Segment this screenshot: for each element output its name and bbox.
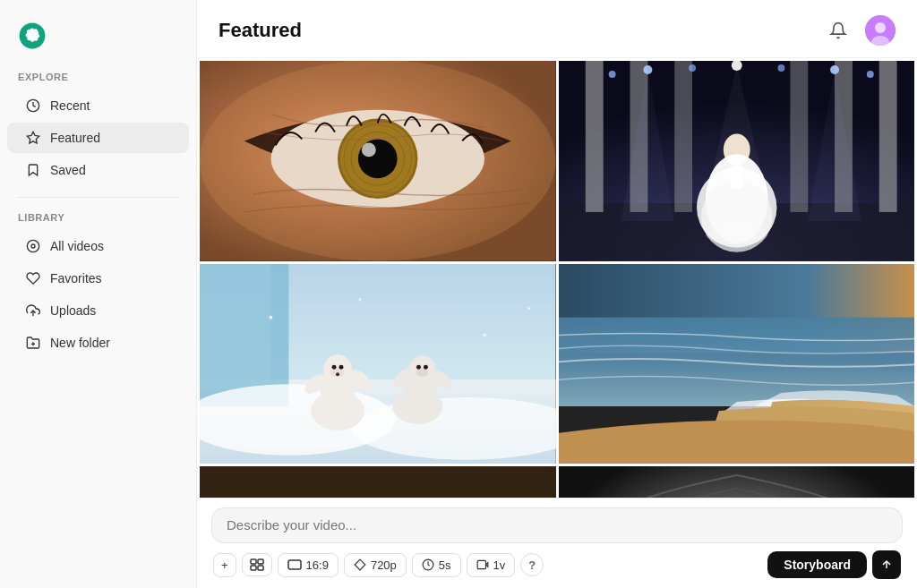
- help-label: ?: [528, 558, 536, 572]
- bell-icon: [829, 21, 847, 39]
- svg-point-50: [332, 364, 337, 369]
- svg-point-8: [875, 22, 886, 33]
- polar-bears-thumbnail: [200, 264, 556, 464]
- sidebar-item-uploads[interactable]: Uploads: [7, 295, 189, 326]
- svg-rect-26: [878, 61, 896, 212]
- add-button[interactable]: +: [213, 553, 236, 577]
- explore-section-label: Explore: [0, 72, 196, 89]
- prompt-input[interactable]: [227, 517, 887, 533]
- sidebar-item-recent[interactable]: Recent: [7, 90, 189, 121]
- aspect-ratio-icon: [287, 559, 302, 570]
- svg-rect-76: [251, 559, 256, 564]
- video-small-icon: [476, 558, 489, 571]
- svg-rect-43: [200, 264, 271, 388]
- sidebar-item-new-folder[interactable]: New folder: [7, 328, 189, 358]
- svg-rect-21: [585, 61, 603, 212]
- svg-rect-38: [730, 166, 742, 188]
- svg-rect-24: [790, 61, 808, 212]
- version-label: 1v: [493, 558, 506, 572]
- sidebar-item-favorites[interactable]: Favorites: [7, 263, 189, 294]
- new-folder-label: New folder: [50, 336, 110, 350]
- folder-plus-icon: [25, 335, 41, 351]
- arrow-up-icon: [880, 558, 893, 571]
- svg-point-27: [608, 71, 615, 78]
- storyboard-button[interactable]: Storyboard: [767, 551, 867, 578]
- svg-point-18: [362, 142, 376, 157]
- library-section-label: Library: [0, 212, 196, 230]
- user-avatar[interactable]: [865, 15, 896, 46]
- notification-button[interactable]: [822, 14, 854, 47]
- eye-thumbnail: [200, 61, 556, 261]
- grid-cell-fashion[interactable]: [559, 61, 915, 261]
- grid-cell-beach[interactable]: [559, 264, 915, 464]
- sidebar-item-saved[interactable]: Saved: [7, 155, 189, 185]
- svg-point-60: [424, 364, 428, 369]
- storyboard-label: Storyboard: [784, 558, 851, 572]
- recent-label: Recent: [50, 98, 90, 113]
- duration-button[interactable]: 5s: [412, 553, 461, 577]
- upload-icon: [25, 303, 41, 319]
- uploads-label: Uploads: [50, 303, 96, 318]
- aspect-ratio-button[interactable]: 16:9: [278, 553, 339, 577]
- svg-point-59: [416, 364, 421, 369]
- prompt-input-container[interactable]: [211, 507, 903, 543]
- svg-marker-81: [355, 559, 365, 570]
- saved-label: Saved: [50, 163, 86, 177]
- diamond-icon: [354, 558, 366, 571]
- bottom-prompt-bar: + 16:9 720p: [197, 498, 917, 588]
- svg-point-64: [358, 298, 361, 301]
- beach-thumbnail: [559, 264, 915, 464]
- svg-point-3: [31, 244, 35, 248]
- fashion-thumbnail: [559, 61, 915, 261]
- svg-point-51: [339, 364, 344, 369]
- clock-small-icon: [422, 558, 434, 571]
- svg-rect-77: [258, 559, 263, 564]
- sidebar-divider: [18, 197, 178, 198]
- version-button[interactable]: 1v: [467, 553, 516, 577]
- svg-rect-80: [288, 560, 301, 569]
- logo-icon: [18, 21, 47, 50]
- svg-point-66: [527, 307, 530, 310]
- page-title: Featured: [219, 19, 302, 42]
- sidebar-item-featured[interactable]: Featured: [7, 123, 189, 153]
- grid-cell-eye[interactable]: [200, 61, 556, 261]
- all-videos-label: All videos: [50, 239, 104, 253]
- svg-point-63: [270, 315, 273, 319]
- sidebar: Explore Recent Featured Saved Library: [0, 0, 197, 588]
- aspect-ratio-label: 16:9: [306, 558, 329, 572]
- svg-point-65: [483, 333, 486, 337]
- add-icon: +: [221, 558, 228, 572]
- svg-point-58: [416, 368, 428, 376]
- svg-rect-83: [477, 560, 485, 568]
- svg-rect-23: [674, 61, 692, 212]
- heart-icon: [25, 270, 41, 286]
- svg-point-31: [777, 64, 784, 72]
- bookmark-icon: [25, 162, 41, 178]
- resolution-label: 720p: [371, 558, 397, 572]
- svg-point-29: [689, 64, 696, 72]
- resolution-button[interactable]: 720p: [344, 553, 407, 577]
- header-actions: [822, 14, 896, 47]
- favorites-label: Favorites: [50, 271, 102, 285]
- grid-icon: [250, 558, 264, 571]
- svg-marker-1: [27, 132, 39, 143]
- svg-point-39: [705, 224, 767, 245]
- svg-rect-79: [258, 566, 263, 570]
- submit-button[interactable]: [872, 550, 901, 579]
- clock-icon: [25, 98, 41, 114]
- svg-point-2: [27, 240, 39, 251]
- sidebar-item-all-videos[interactable]: All videos: [7, 231, 189, 261]
- svg-point-52: [336, 372, 339, 376]
- svg-rect-78: [251, 566, 256, 570]
- app-logo[interactable]: [0, 14, 196, 68]
- video-icon: [25, 238, 41, 254]
- star-icon: [25, 130, 41, 146]
- storyboard-grid-button[interactable]: [242, 553, 272, 576]
- main-header: Featured: [197, 0, 917, 58]
- grid-cell-polar-bears[interactable]: [200, 264, 556, 464]
- toolbar-row: + 16:9 720p: [211, 550, 903, 579]
- help-button[interactable]: ?: [520, 553, 544, 576]
- featured-label: Featured: [50, 131, 100, 145]
- svg-point-33: [866, 71, 873, 78]
- avatar-image: [865, 15, 896, 46]
